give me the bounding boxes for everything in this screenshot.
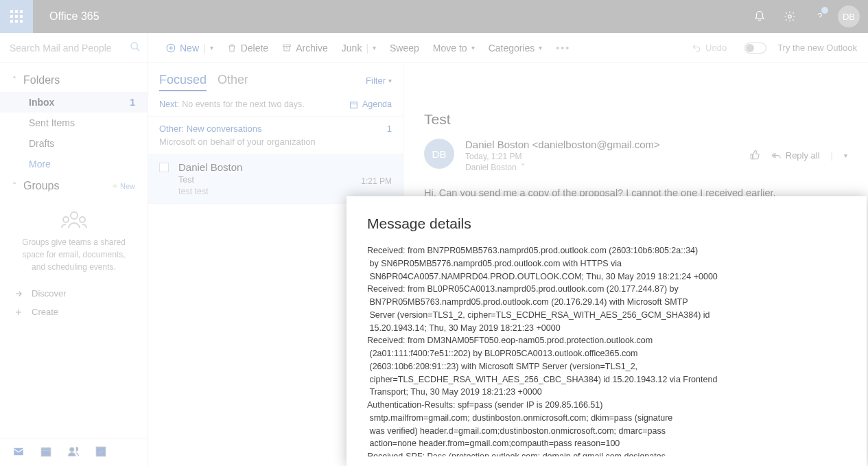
svg-point-9: [788, 15, 792, 19]
agenda-button[interactable]: Agenda: [349, 100, 392, 109]
new-button[interactable]: New |▾: [159, 43, 220, 54]
svg-rect-20: [351, 102, 357, 108]
svg-rect-5: [20, 15, 23, 18]
archive-button[interactable]: Archive: [275, 43, 335, 54]
reply-all-label: Reply all: [786, 150, 820, 161]
reply-menu-icon[interactable]: ▾: [844, 152, 847, 159]
filter-button[interactable]: Filter ▾: [366, 75, 392, 86]
read-date: Today, 1:21 PM: [465, 152, 739, 161]
folder-inbox[interactable]: Inbox 1: [0, 92, 148, 113]
folder-label: Inbox: [29, 97, 54, 108]
reply-all-button[interactable]: Reply all: [771, 150, 820, 161]
svg-point-18: [70, 447, 74, 452]
notifications-icon[interactable]: [744, 0, 775, 33]
sender-avatar: DB: [424, 139, 454, 169]
folder-label: Sent Items: [29, 117, 75, 128]
groups-blurb-text: Groups give teams a shared space for ema…: [22, 237, 126, 272]
top-bar: Office 365 DB: [0, 0, 868, 33]
folder-drafts[interactable]: Drafts: [0, 133, 148, 154]
groups-blurb: Groups give teams a shared space for ema…: [0, 198, 148, 281]
create-link[interactable]: Create: [0, 303, 148, 321]
message-preview: test test: [178, 187, 392, 196]
groups-section[interactable]: ˄ Groups New: [0, 174, 148, 198]
other-conversations-row[interactable]: Other: New conversations Microsoft on be…: [148, 117, 403, 154]
svg-rect-6: [10, 20, 13, 23]
archive-label: Archive: [296, 43, 328, 54]
discover-label: Discover: [32, 288, 67, 299]
groups-label: Groups: [23, 180, 59, 192]
search-icon[interactable]: [130, 41, 141, 55]
folder-count: 1: [130, 97, 135, 108]
groups-new-button[interactable]: New: [112, 182, 135, 191]
svg-point-14: [63, 217, 69, 222]
create-label: Create: [32, 307, 58, 317]
read-subject: Test: [403, 93, 868, 139]
next-label: Next:: [159, 100, 179, 109]
details-title: Message details: [367, 215, 846, 232]
svg-rect-1: [15, 10, 18, 13]
folder-label: More: [29, 159, 51, 170]
svg-rect-3: [10, 15, 13, 18]
other-sub: Microsoft on behalf of your organization: [159, 137, 316, 147]
message-from: Daniel Boston: [178, 161, 392, 173]
svg-rect-11: [283, 45, 291, 46]
mail-module-icon[interactable]: [12, 445, 25, 461]
tasks-module-icon[interactable]: [95, 445, 107, 461]
folder-more[interactable]: More: [0, 154, 148, 174]
svg-point-12: [131, 43, 137, 49]
chevron-up-icon: ˄: [12, 181, 16, 191]
message-time: 1:21 PM: [361, 176, 392, 186]
settings-icon[interactable]: [775, 0, 805, 33]
folder-sent[interactable]: Sent Items: [0, 113, 148, 133]
details-raw[interactable]: Received: from BN7PR05MB5763.namprd05.pr…: [367, 244, 846, 456]
folders-section[interactable]: ˄ Folders: [0, 69, 148, 92]
agenda-label: Agenda: [362, 100, 392, 109]
svg-rect-7: [15, 20, 18, 23]
svg-point-13: [71, 212, 78, 219]
discover-link[interactable]: Discover: [0, 284, 148, 303]
junk-label: Junk: [342, 43, 362, 54]
folder-label: Drafts: [29, 138, 54, 149]
help-icon[interactable]: [805, 0, 835, 33]
junk-button[interactable]: Junk |▾: [335, 43, 383, 54]
folders-label: Folders: [23, 74, 60, 86]
tab-other[interactable]: Other: [218, 73, 248, 90]
like-icon[interactable]: [750, 150, 760, 162]
brand-label: Office 365: [49, 10, 99, 23]
svg-point-15: [80, 217, 85, 222]
help-badge-icon: [821, 7, 828, 14]
user-avatar[interactable]: DB: [838, 5, 860, 27]
people-module-icon[interactable]: [67, 445, 80, 461]
svg-rect-0: [10, 10, 13, 13]
message-details-dialog: Message details Received: from BN7PR05MB…: [347, 196, 867, 466]
message-subject: Test: [178, 175, 392, 185]
calendar-module-icon[interactable]: [40, 445, 52, 461]
svg-rect-2: [20, 10, 23, 13]
svg-rect-4: [15, 15, 18, 18]
new-label: New: [180, 43, 199, 54]
module-switcher: [0, 439, 148, 466]
read-from: Daniel Boston <danielboston@gmail.com>: [465, 139, 739, 150]
delete-label: Delete: [241, 43, 268, 54]
other-title: Other: New conversations: [159, 124, 262, 134]
delete-button[interactable]: Delete: [220, 43, 275, 54]
chevron-up-icon: ˄: [12, 75, 16, 85]
message-checkbox[interactable]: [159, 163, 169, 172]
filter-label: Filter: [366, 75, 386, 86]
sidebar: ˄ Folders Inbox 1 Sent Items Drafts More…: [0, 33, 148, 466]
next-text: No events for the next two days.: [182, 100, 305, 109]
read-to: Daniel Boston ˅: [465, 163, 739, 172]
tab-focused[interactable]: Focused: [159, 73, 207, 91]
svg-rect-17: [41, 447, 51, 456]
other-count: 1: [387, 124, 392, 147]
svg-rect-8: [20, 20, 23, 23]
search-input[interactable]: [10, 43, 130, 54]
svg-rect-16: [14, 447, 23, 455]
app-launcher-button[interactable]: [0, 0, 33, 33]
